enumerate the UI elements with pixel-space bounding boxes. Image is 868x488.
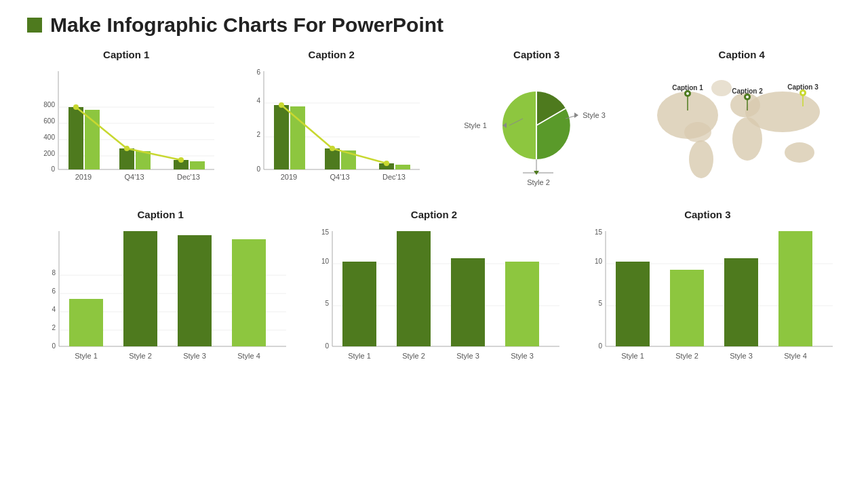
svg-text:5: 5 (599, 300, 603, 307)
map-container: Caption 1 Caption 2 Caption 3 (647, 64, 837, 190)
svg-text:Caption 3: Caption 3 (787, 83, 818, 91)
svg-point-18 (124, 146, 130, 151)
svg-text:0: 0 (325, 342, 329, 350)
svg-text:Style 3: Style 3 (511, 352, 534, 360)
bottom-chart-3: Caption 3 0 5 10 15 Style 1 Style 2 (574, 209, 841, 380)
svg-text:0: 0 (52, 165, 56, 173)
top-chart-3-title: Caption 3 (513, 49, 559, 60)
svg-text:Style 4: Style 4 (237, 352, 260, 360)
title-icon (27, 18, 42, 33)
svg-text:0: 0 (52, 342, 56, 350)
top-chart-1-title: Caption 1 (103, 49, 149, 60)
svg-rect-122 (778, 231, 812, 346)
svg-text:2: 2 (52, 324, 56, 331)
top-chart-1-svg: 0 200 400 600 800 (31, 64, 221, 197)
top-chart-2-svg: 0 2 4 6 2019 Q4' (237, 64, 427, 197)
bottom-chart-3-title: Caption 3 (684, 209, 730, 220)
svg-point-74 (802, 92, 804, 94)
svg-text:Dec'13: Dec'13 (382, 173, 406, 181)
svg-rect-36 (395, 165, 410, 169)
svg-rect-90 (232, 239, 266, 346)
svg-rect-31 (274, 105, 289, 169)
svg-rect-87 (69, 299, 103, 346)
svg-text:10: 10 (321, 258, 330, 265)
map-svg: Caption 1 Caption 2 Caption 3 (647, 64, 837, 190)
svg-point-70 (746, 96, 749, 98)
svg-text:Style 3: Style 3 (583, 111, 606, 119)
svg-rect-103 (342, 262, 376, 346)
title-row: Make Infographic Charts For PowerPoint (27, 14, 841, 37)
bottom-chart-1-svg: 0 2 4 6 8 Style 1 (28, 224, 293, 380)
svg-rect-16 (190, 161, 205, 169)
svg-text:Style 3: Style 3 (456, 352, 479, 360)
svg-marker-55 (574, 113, 578, 118)
svg-text:Caption 2: Caption 2 (732, 87, 763, 95)
svg-text:Style 2: Style 2 (129, 352, 152, 360)
svg-point-62 (785, 142, 814, 163)
svg-text:0: 0 (256, 165, 260, 173)
svg-rect-119 (616, 262, 650, 346)
svg-text:8: 8 (52, 269, 56, 277)
svg-text:2019: 2019 (281, 173, 297, 181)
svg-rect-13 (119, 148, 134, 169)
slide: Make Infographic Charts For PowerPoint C… (0, 0, 868, 488)
svg-text:Dec'13: Dec'13 (177, 173, 200, 181)
svg-rect-11 (68, 107, 83, 169)
svg-point-39 (384, 161, 389, 166)
svg-rect-12 (85, 110, 100, 169)
svg-text:Style 4: Style 4 (784, 352, 807, 360)
svg-text:5: 5 (325, 300, 329, 307)
top-chart-4-title: Caption 4 (719, 49, 765, 60)
svg-rect-32 (290, 106, 305, 169)
svg-rect-105 (451, 258, 485, 346)
svg-text:2: 2 (256, 131, 260, 138)
svg-text:Style 1: Style 1 (464, 121, 487, 129)
svg-text:Style 3: Style 3 (183, 352, 206, 360)
top-chart-2: Caption 2 0 2 4 6 (233, 49, 431, 197)
svg-text:4: 4 (256, 97, 260, 104)
bottom-chart-2-title: Caption 2 (411, 209, 457, 220)
svg-point-17 (73, 104, 79, 110)
svg-rect-14 (136, 151, 151, 169)
top-chart-2-title: Caption 2 (309, 49, 355, 60)
bottom-chart-1-title: Caption 1 (137, 209, 183, 220)
top-chart-1: Caption 1 0 200 400 600 800 (27, 49, 226, 197)
svg-rect-121 (724, 258, 758, 346)
svg-text:800: 800 (44, 101, 56, 108)
svg-text:200: 200 (44, 150, 56, 157)
svg-text:Style 1: Style 1 (75, 352, 98, 360)
bottom-chart-1: Caption 1 0 2 4 6 8 (27, 209, 294, 380)
svg-text:4: 4 (52, 306, 56, 313)
top-chart-3: Caption 3 Style 1 Style (437, 49, 636, 197)
svg-text:600: 600 (44, 117, 56, 125)
svg-text:2019: 2019 (75, 173, 92, 181)
svg-rect-120 (670, 270, 704, 346)
svg-text:Style 3: Style 3 (730, 352, 753, 360)
svg-rect-88 (123, 231, 157, 346)
svg-point-38 (330, 146, 335, 151)
svg-text:Style 1: Style 1 (348, 352, 371, 360)
bottom-chart-3-svg: 0 5 10 15 Style 1 Style 2 Style 3 Style … (575, 224, 840, 380)
page-title: Make Infographic Charts For PowerPoint (50, 14, 443, 37)
svg-text:400: 400 (44, 134, 56, 141)
svg-rect-106 (505, 262, 539, 346)
svg-point-19 (178, 157, 184, 163)
svg-point-66 (686, 92, 689, 95)
top-chart-3-svg: Style 1 Style 2 Style 3 (441, 64, 631, 197)
top-chart-4: Caption 4 (643, 49, 842, 197)
svg-rect-89 (178, 235, 212, 346)
svg-text:Q4'13: Q4'13 (125, 173, 144, 181)
svg-text:10: 10 (595, 258, 603, 265)
svg-text:Q4'13: Q4'13 (330, 173, 349, 181)
svg-text:15: 15 (595, 228, 603, 236)
svg-rect-33 (325, 148, 340, 169)
svg-text:Style 1: Style 1 (621, 352, 644, 360)
bottom-chart-2: Caption 2 0 5 10 15 Style 1 (300, 209, 567, 380)
bottom-charts-row: Caption 1 0 2 4 6 8 (27, 209, 841, 380)
svg-point-63 (711, 80, 732, 96)
svg-text:6: 6 (256, 68, 260, 76)
svg-point-57 (684, 122, 711, 142)
svg-rect-104 (397, 231, 431, 346)
svg-text:Style 2: Style 2 (675, 352, 698, 360)
svg-point-61 (745, 92, 820, 132)
